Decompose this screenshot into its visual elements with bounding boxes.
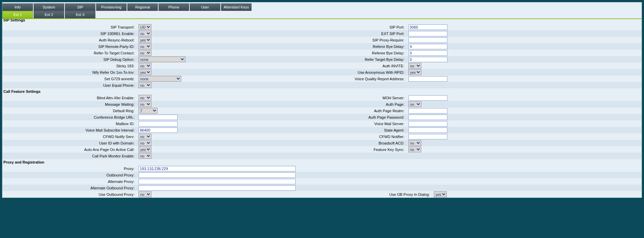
voice-mail-subscribe-interval-input[interactable] xyxy=(139,128,178,133)
auth-invite-select[interactable]: no xyxy=(408,63,421,69)
cfwd-notifier-input[interactable] xyxy=(408,134,447,139)
field-label: Proxy: xyxy=(2,165,136,172)
field-label: Voice Mail Server: xyxy=(272,120,406,127)
field-label: Auth Page Realm: xyxy=(272,107,406,114)
cfwd-notify-serv-select[interactable]: no xyxy=(139,134,151,139)
sip-transport-select[interactable]: UDP xyxy=(139,24,151,30)
tab-ext-1[interactable]: Ext 1 xyxy=(2,11,33,18)
tab-sip[interactable]: SIP xyxy=(65,3,95,11)
field-control-cell: none xyxy=(136,75,272,82)
field-control-cell xyxy=(406,107,642,114)
field-control-cell: no xyxy=(136,191,298,198)
user-id-with-domain-select[interactable]: no xyxy=(139,140,151,146)
field-control-cell xyxy=(432,165,642,172)
broadsoft-acd-select[interactable]: no xyxy=(408,140,421,146)
auth-page-password-input[interactable] xyxy=(408,115,447,120)
referor-bye-delay-input[interactable] xyxy=(408,44,447,49)
auth-page-select[interactable]: no xyxy=(408,101,421,107)
sip-port-input[interactable] xyxy=(408,24,447,30)
message-waiting-select[interactable]: no xyxy=(139,101,151,107)
sip-100rel-enable-select[interactable]: no xyxy=(139,31,151,36)
field-control-cell xyxy=(406,43,642,50)
field-control-cell: no xyxy=(406,101,642,107)
tab-ext-3[interactable]: Ext 3 xyxy=(65,11,95,18)
field-control-cell xyxy=(136,185,298,191)
form-row: Outbound Proxy: xyxy=(2,172,642,178)
tab-system[interactable]: System xyxy=(34,3,64,11)
state-agent-input[interactable] xyxy=(408,128,447,133)
tab-phone[interactable]: Phone xyxy=(159,3,189,11)
field-label: Use OB Proxy In Dialog: xyxy=(298,191,432,198)
field-label: Refer-To Target Contact: xyxy=(2,50,136,56)
outbound-proxy-input[interactable] xyxy=(139,172,296,178)
field-label: CFWD Notifier: xyxy=(272,133,406,140)
field-control-cell xyxy=(406,24,642,30)
field-label: Use Outbound Proxy: xyxy=(2,191,136,198)
form-row: Auth Resync-Reboot:yesSIP Proxy-Require: xyxy=(2,37,642,43)
mailbox-id-input[interactable] xyxy=(139,121,178,126)
field-label: CFWD Notify Serv: xyxy=(2,133,136,140)
set-g729-annexb-select[interactable]: none xyxy=(139,76,181,82)
field-control-cell xyxy=(136,120,272,127)
feature-key-sync-select[interactable]: no xyxy=(408,147,421,152)
form-row: User Equal Phone:no xyxy=(2,82,642,88)
field-control-cell xyxy=(136,165,298,172)
field-control-cell: 7 xyxy=(136,107,272,114)
tab-attendant-keys[interactable]: Attendant Keys xyxy=(221,3,252,11)
field-control-cell: yes xyxy=(406,69,642,75)
sip-remote-party-id-select[interactable]: no xyxy=(139,44,151,49)
field-label: Default Ring: xyxy=(2,107,136,114)
tab-provisioning[interactable]: Provisioning xyxy=(96,3,127,11)
moh-server-input[interactable] xyxy=(408,95,447,101)
field-label xyxy=(272,82,406,88)
default-ring-select[interactable]: 7 xyxy=(139,108,158,114)
field-control-cell: yes xyxy=(136,37,272,43)
refer-target-bye-delay-input[interactable] xyxy=(408,57,447,62)
ntfy-refer-on-1xx-to-inv-select[interactable]: yes xyxy=(139,69,151,75)
field-label xyxy=(272,153,406,159)
auto-ans-page-on-active-call-select[interactable]: yes xyxy=(139,147,151,152)
sip-proxy-require-input[interactable] xyxy=(408,37,447,43)
alternate-outbound-proxy-input[interactable] xyxy=(139,185,296,191)
form-row: Alternate Outbound Proxy: xyxy=(2,185,642,191)
top-tab-bar: InfoSystemSIPProvisioningRegionalPhoneUs… xyxy=(2,2,642,11)
use-ob-proxy-in-dialog-select[interactable]: yes xyxy=(434,191,447,197)
use-anonymous-with-rpid-select[interactable]: yes xyxy=(408,69,421,75)
call-park-monitor-enable-select[interactable]: no xyxy=(139,153,151,159)
field-control-cell: no xyxy=(136,95,272,101)
tab-ext-2[interactable]: Ext 2 xyxy=(34,11,64,18)
content-area: SIP Settings SIP Transport:UDPSIP Port:S… xyxy=(2,19,642,198)
sticky-183-select[interactable]: no xyxy=(139,63,151,69)
use-outbound-proxy-select[interactable]: no xyxy=(139,191,151,197)
blind-attn-xfer-enable-select[interactable]: no xyxy=(139,95,151,101)
form-row: Alternate Proxy: xyxy=(2,178,642,185)
field-label: Conference Bridge URL: xyxy=(2,114,136,120)
ext-sip-port-input[interactable] xyxy=(408,31,447,36)
form-row: SIP Debug Option:noneRefer Target Bye De… xyxy=(2,56,642,63)
referee-bye-delay-input[interactable] xyxy=(408,50,447,56)
field-label: User ID with Domain: xyxy=(2,140,136,146)
field-control-cell xyxy=(406,82,642,88)
refer-to-target-contact-select[interactable]: no xyxy=(139,50,151,56)
field-control-cell xyxy=(406,50,642,56)
field-control-cell: yes xyxy=(136,69,272,75)
voice-quality-report-address-input[interactable] xyxy=(408,76,447,82)
conference-bridge-url-input[interactable] xyxy=(139,115,178,120)
user-equal-phone-select[interactable]: no xyxy=(139,82,151,88)
sip-debug-option-select[interactable]: none xyxy=(139,56,185,62)
field-label: Refer Target Bye Delay: xyxy=(272,56,406,63)
alternate-proxy-input[interactable] xyxy=(139,179,296,184)
field-label xyxy=(298,165,432,172)
field-label: Ntfy Refer On 1xx-To-Inv: xyxy=(2,69,136,75)
auth-page-realm-input[interactable] xyxy=(408,108,447,114)
voice-mail-server-input[interactable] xyxy=(408,121,447,126)
tab-user[interactable]: User xyxy=(190,3,220,11)
proxy-input[interactable] xyxy=(139,166,296,171)
tab-info[interactable]: Info xyxy=(2,3,33,11)
field-control-cell xyxy=(406,133,642,140)
field-control-cell xyxy=(136,114,272,120)
tab-regional[interactable]: Regional xyxy=(127,3,158,11)
sip-settings-table: SIP Transport:UDPSIP Port:SIP 100REL Ena… xyxy=(2,24,642,88)
auth-resync-reboot-select[interactable]: yes xyxy=(139,37,151,43)
form-row: Sticky 183:noAuth INVITE:no xyxy=(2,63,642,69)
